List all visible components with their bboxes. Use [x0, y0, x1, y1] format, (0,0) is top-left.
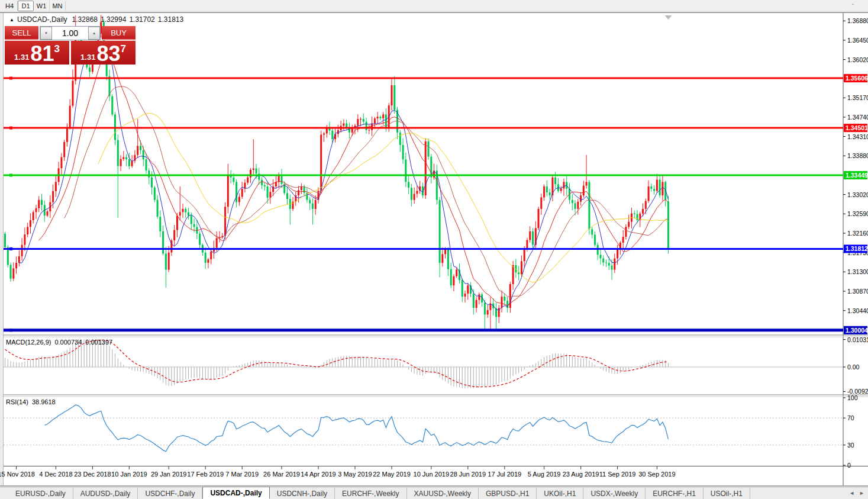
svg-text:0.00: 0.00: [847, 363, 860, 371]
svg-text:7 Mar 2019: 7 Mar 2019: [225, 471, 259, 478]
volume-value[interactable]: 1.00: [52, 27, 88, 40]
svg-text:70: 70: [847, 414, 854, 421]
svg-text:10 Jun 2019: 10 Jun 2019: [414, 471, 450, 478]
rsi-indicator-label: RSI(14) 38.9618: [6, 398, 56, 405]
svg-text:1.34501: 1.34501: [846, 124, 868, 131]
buy-button[interactable]: BUY: [102, 26, 135, 40]
svg-text:26 Mar 2019: 26 Mar 2019: [263, 471, 300, 478]
svg-text:14 Apr 2019: 14 Apr 2019: [301, 471, 335, 478]
svg-text:28 Jun 2019: 28 Jun 2019: [450, 471, 486, 478]
svg-text:17 Feb 2019: 17 Feb 2019: [187, 471, 224, 478]
tab-usdcad-daily[interactable]: USDCAD-,Daily: [202, 487, 269, 499]
svg-text:1.34310: 1.34310: [847, 133, 868, 140]
bid-big-digits: 81: [30, 44, 54, 63]
svg-text:30 Sep 2019: 30 Sep 2019: [638, 471, 675, 478]
ohlc-open: 1.32868: [72, 15, 98, 24]
timeframe-button-mn[interactable]: MN: [50, 1, 66, 11]
toolbar-collapse-icon[interactable]: ⌃: [850, 4, 855, 9]
timeframe-button-w1[interactable]: W1: [34, 1, 50, 11]
chart-symbol-label: USDCAD-,Daily: [17, 15, 67, 24]
tab-xauusd-weekly[interactable]: XAUUSD-,Weekly: [407, 488, 479, 499]
bid-price-box[interactable]: 1.31 81 3: [5, 41, 69, 65]
svg-text:1.36880: 1.36880: [847, 17, 868, 24]
svg-text:10 Jan 2019: 10 Jan 2019: [111, 471, 147, 478]
ohlc-high: 1.32994: [101, 15, 126, 24]
svg-text:4 Dec 2018: 4 Dec 2018: [39, 471, 72, 478]
one-click-trade-panel: SELL ▼ 1.00 ▲ BUY 1.31 81 3 1.31 83 7: [5, 26, 135, 65]
tabs-scroll-left-icon[interactable]: ◄: [849, 490, 854, 496]
tab-eurchf-weekly[interactable]: EURCHF-,Weekly: [335, 488, 406, 499]
svg-text:5 Aug 2019: 5 Aug 2019: [528, 471, 561, 478]
chart-collapse-icon[interactable]: ▲: [9, 17, 14, 22]
tab-eurchf-h1[interactable]: EURCHF-,H1: [646, 488, 704, 499]
svg-text:17 Jul 2019: 17 Jul 2019: [488, 471, 521, 478]
bid-pip-digit: 3: [54, 43, 59, 55]
svg-text:1.33020: 1.33020: [847, 191, 868, 198]
svg-text:0: 0: [847, 462, 851, 469]
svg-text:15 Nov 2018: 15 Nov 2018: [0, 471, 35, 478]
svg-text:29 Jan 2019: 29 Jan 2019: [151, 471, 187, 478]
chart-canvas[interactable]: 15 Nov 20184 Dec 201823 Dec 201810 Jan 2…: [0, 0, 868, 499]
svg-text:1.34740: 1.34740: [847, 114, 868, 121]
svg-text:1.33880: 1.33880: [847, 152, 868, 159]
svg-text:23 Aug 2019: 23 Aug 2019: [563, 471, 599, 478]
svg-text:1.30004: 1.30004: [846, 327, 868, 334]
svg-text:1.32160: 1.32160: [847, 230, 868, 237]
bid-prefix: 1.31: [14, 53, 29, 62]
svg-text:1.31300: 1.31300: [847, 268, 868, 275]
ask-price-box[interactable]: 1.31 83 7: [71, 41, 135, 65]
sell-button[interactable]: SELL: [5, 26, 38, 40]
tab-eurusd-daily[interactable]: EURUSD-,Daily: [8, 488, 73, 499]
ohlc-close: 1.31813: [158, 15, 183, 24]
timeframe-toolbar: H4D1W1MN⌃: [0, 0, 868, 12]
svg-text:1.35170: 1.35170: [847, 94, 868, 101]
svg-text:1.30440: 1.30440: [847, 307, 868, 314]
svg-text:1.31812: 1.31812: [846, 245, 868, 252]
svg-text:11 Sep 2019: 11 Sep 2019: [599, 471, 636, 478]
svg-text:1.35606: 1.35606: [846, 75, 868, 82]
volume-stepper: ▼ 1.00 ▲: [40, 26, 101, 40]
tab-usdx-weekly[interactable]: USDX-,Weekly: [583, 488, 646, 499]
chart-title: ▲ USDCAD-,Daily 1.32868 1.32994 1.31702 …: [9, 15, 183, 24]
tab-gbpusd-h1[interactable]: GBPUSD-,H1: [479, 488, 537, 499]
ask-prefix: 1.31: [80, 53, 95, 62]
tab-usoil-h1[interactable]: USOil-,H1: [704, 488, 750, 499]
tabs-scroll-right-icon[interactable]: ►: [859, 490, 864, 496]
timeframe-button-d1[interactable]: D1: [18, 1, 34, 11]
tab-ukoil-h1[interactable]: UKOil-,H1: [537, 488, 583, 499]
svg-text:1.30870: 1.30870: [847, 288, 868, 295]
svg-text:1.36020: 1.36020: [847, 56, 868, 63]
tab-audusd-daily[interactable]: AUDUSD-,Daily: [73, 488, 138, 499]
symbol-tab-bar: EURUSD-,DailyAUDUSD-,DailyUSDCHF-,DailyU…: [0, 487, 868, 499]
tab-usdchf-daily[interactable]: USDCHF-,Daily: [138, 488, 202, 499]
ask-pip-digit: 7: [120, 43, 125, 55]
svg-text:1.33449: 1.33449: [846, 172, 868, 179]
svg-text:100: 100: [847, 394, 858, 401]
svg-text:22 May 2019: 22 May 2019: [373, 471, 411, 478]
svg-text:3 May 2019: 3 May 2019: [338, 471, 372, 478]
macd-indicator-label: MACD(12,26,9) 0.000734 0.001397: [6, 339, 112, 346]
tab-usdcnh-daily[interactable]: USDCNH-,Daily: [270, 488, 335, 499]
ask-big-digits: 83: [96, 44, 120, 63]
svg-text:0.010311: 0.010311: [847, 336, 868, 343]
svg-text:23 Dec 2018: 23 Dec 2018: [74, 471, 111, 478]
ohlc-low: 1.31702: [129, 15, 154, 24]
volume-decrease-button[interactable]: ▼: [40, 27, 52, 40]
svg-text:1.32590: 1.32590: [847, 210, 868, 217]
timeframe-button-h4[interactable]: H4: [2, 1, 18, 11]
svg-text:30: 30: [847, 442, 854, 449]
volume-increase-button[interactable]: ▲: [88, 27, 100, 40]
svg-text:1.36450: 1.36450: [847, 37, 868, 44]
